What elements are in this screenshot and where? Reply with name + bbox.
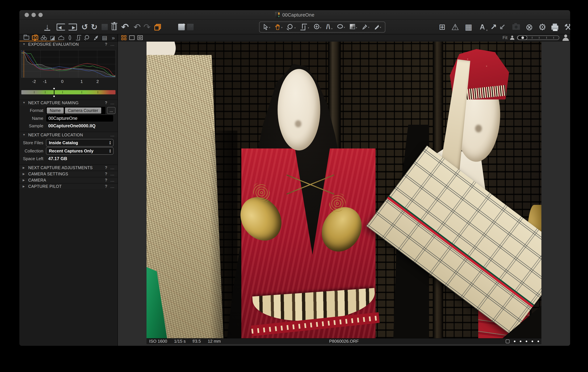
export-originals-icon[interactable]: ◀ [55, 20, 67, 34]
loupe-tool[interactable]: ▾ [287, 24, 296, 30]
output-icon[interactable] [100, 20, 110, 34]
panel-help-icon[interactable]: ? [105, 42, 107, 47]
proof-in-icon[interactable]: ↙ [498, 20, 507, 34]
panel-help-icon[interactable]: ? [105, 178, 107, 182]
panel-help-icon[interactable]: ? [105, 184, 107, 189]
more-tabs-chevron[interactable]: » [109, 34, 117, 41]
capture-pilot-header[interactable]: ▶ CAPTURE PILOT ? … [19, 183, 117, 189]
zoom-in-thumbnail-icon[interactable] [563, 35, 569, 41]
zoom-fit-label[interactable]: Fit [503, 35, 507, 40]
curve-tab[interactable] [57, 34, 65, 41]
panel-more-icon[interactable]: … [110, 42, 115, 47]
next-capture-naming-header[interactable]: ▼ NEXT CAPTURE NAMING ? … [19, 100, 117, 106]
print-icon[interactable] [550, 20, 560, 34]
exposure-evaluation-header[interactable]: ▼ EXPOSURE EVALUATION ? … [19, 41, 117, 47]
crop-tool[interactable]: ▾ [300, 24, 309, 30]
panel-more-icon[interactable]: … [110, 165, 115, 170]
scale-label: -1 [43, 79, 47, 84]
settings-gear-icon[interactable]: ⚙ [537, 20, 548, 34]
zoom-slider-knob[interactable] [521, 36, 524, 39]
delete-icon[interactable] [109, 20, 119, 34]
meter-indicator[interactable] [54, 90, 54, 95]
ellipse-mask-tool[interactable]: ▾ [337, 24, 345, 30]
color-tab[interactable] [40, 34, 48, 41]
straighten-tool[interactable]: ▾ [314, 24, 321, 30]
single-view-button[interactable] [129, 35, 135, 40]
select-cursor-tool[interactable]: ▾ [263, 24, 270, 30]
viewer-mode-switch [121, 34, 143, 41]
sample-label: Sample [19, 123, 46, 129]
proof-view-button[interactable] [137, 35, 143, 40]
promote-variant-icon[interactable] [185, 20, 195, 34]
grid-view-button[interactable] [121, 35, 126, 40]
panel-title: NEXT CAPTURE ADJUSTMENTS [28, 165, 93, 170]
panel-more-icon[interactable]: … [110, 132, 115, 138]
adjustments-tab[interactable] [92, 34, 100, 41]
zoom-tick [553, 37, 554, 39]
cursor-tool-group: ▾ ▾ ▾ ▾ ▾ /\▾ ▾ ▾ ▾ ▾ [259, 21, 385, 33]
panel-more-icon[interactable]: … [110, 178, 115, 183]
panel-title: CAMERA [28, 178, 46, 182]
grid-icon[interactable]: ▦ [463, 20, 474, 34]
rating-dot[interactable] [526, 341, 527, 342]
exposure-meter[interactable] [21, 88, 116, 97]
draw-mask-tool[interactable]: ▾ [374, 24, 381, 30]
panel-help-icon[interactable]: ? [105, 101, 107, 105]
titlebar[interactable]: 00CaptureOne [19, 10, 570, 20]
next-capture-location-header[interactable]: ▼ NEXT CAPTURE LOCATION … [19, 132, 117, 138]
panel-help-icon[interactable]: ? [105, 165, 107, 170]
photo-viewer-image[interactable] [147, 42, 541, 338]
export-variants-icon[interactable]: ▶ [67, 20, 78, 34]
pan-hand-tool[interactable]: ▾ [275, 24, 283, 30]
rotate-cw-icon[interactable]: ↻ [89, 20, 99, 34]
image-viewer[interactable]: ISO 1600 1/15 s f/3.5 12 mm P8060026.ORF [118, 41, 570, 346]
name-row: Name 00CaptureOne [19, 114, 117, 122]
zoom-out-thumbnail-icon[interactable] [510, 36, 514, 40]
panel-more-icon[interactable]: … [110, 184, 115, 189]
exposure-tab[interactable]: ◪ [48, 34, 57, 41]
panel-more-icon[interactable]: … [110, 100, 115, 105]
format-token-camera-counter[interactable]: Camera Counter [65, 108, 101, 114]
collection-dropdown[interactable]: Recent Captures Only ▲▼ [46, 147, 114, 155]
lens-tab[interactable] [66, 34, 74, 41]
no-process-icon[interactable]: ⊗ [524, 20, 535, 34]
panel-help-icon[interactable]: ? [105, 171, 107, 176]
pick-color-tool[interactable]: ▾ [362, 24, 369, 30]
gradient-mask-tool[interactable]: ▾ [350, 24, 357, 30]
new-variant-icon[interactable] [177, 20, 186, 34]
format-token-field[interactable]: Name Camera Counter [46, 107, 105, 114]
undo-icon[interactable]: ↶ [132, 20, 142, 34]
crop-tab[interactable] [74, 34, 83, 41]
rating-dot[interactable] [520, 341, 521, 342]
proof-out-icon[interactable]: ↗ [489, 20, 498, 34]
next-capture-adjustments-header[interactable]: ▶ NEXT CAPTURE ADJUSTMENTS ? … [19, 164, 117, 171]
keystone-tool[interactable]: /\▾ [326, 23, 333, 31]
tools-icon[interactable]: ⚒ [563, 20, 570, 34]
rating-dot[interactable] [537, 341, 539, 342]
library-tab[interactable] [22, 34, 31, 41]
camera-icon[interactable] [511, 20, 522, 34]
capture-icon[interactable] [153, 20, 163, 34]
rating-dot[interactable] [532, 341, 533, 342]
format-token-name[interactable]: Name [47, 108, 64, 114]
camera-settings-header[interactable]: ▶ CAMERA SETTINGS ? … [19, 171, 117, 177]
zoom-slider[interactable] [517, 35, 559, 40]
store-files-dropdown[interactable]: Inside Catalog ▲▼ [46, 139, 114, 147]
scale-label: -2 [32, 79, 36, 84]
metadata-tab[interactable]: ▤ [100, 34, 109, 41]
reset-adjustments-icon[interactable]: ↶ [120, 20, 130, 34]
import-icon[interactable] [42, 20, 52, 34]
panel-more-icon[interactable]: … [110, 171, 115, 177]
camera-header[interactable]: ▶ CAMERA ? … [19, 177, 117, 183]
name-input[interactable]: 00CaptureOne [46, 115, 114, 122]
annotations-icon[interactable]: A [477, 20, 488, 34]
photo-center-mannequin-nose [295, 120, 301, 127]
rotate-ccw-icon[interactable]: ↺ [80, 20, 90, 34]
exposure-evaluation-icon[interactable]: ⊞ [437, 20, 447, 34]
redo-icon[interactable]: ↷ [142, 20, 152, 34]
rating-dot[interactable] [514, 341, 515, 342]
color-tag-icon[interactable] [506, 339, 510, 343]
exposure-warning-icon[interactable]: ⚠ [450, 20, 460, 34]
format-more-button[interactable]: ... [107, 107, 116, 114]
details-tab[interactable] [83, 34, 91, 41]
